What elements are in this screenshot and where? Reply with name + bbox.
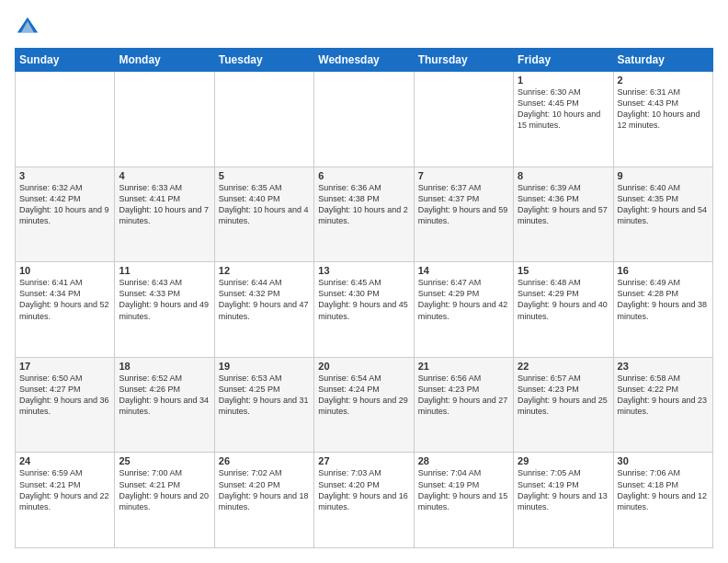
day-number: 15 xyxy=(518,265,609,276)
day-cell: 10Sunrise: 6:41 AM Sunset: 4:34 PM Dayli… xyxy=(16,262,115,358)
day-number: 24 xyxy=(19,455,110,466)
day-info: Sunrise: 6:50 AM Sunset: 4:27 PM Dayligh… xyxy=(19,373,110,418)
day-number: 13 xyxy=(318,265,409,276)
day-header-thursday: Thursday xyxy=(414,49,513,72)
day-info: Sunrise: 6:47 AM Sunset: 4:29 PM Dayligh… xyxy=(418,277,509,322)
day-cell: 12Sunrise: 6:44 AM Sunset: 4:32 PM Dayli… xyxy=(214,262,313,358)
day-number: 9 xyxy=(618,170,709,181)
day-info: Sunrise: 6:49 AM Sunset: 4:28 PM Dayligh… xyxy=(618,277,709,322)
day-info: Sunrise: 6:58 AM Sunset: 4:22 PM Dayligh… xyxy=(618,373,709,418)
day-number: 17 xyxy=(19,361,110,372)
day-header-sunday: Sunday xyxy=(16,49,115,72)
day-number: 18 xyxy=(119,361,210,372)
day-info: Sunrise: 6:30 AM Sunset: 4:45 PM Dayligh… xyxy=(518,86,609,132)
day-info: Sunrise: 6:35 AM Sunset: 4:40 PM Dayligh… xyxy=(219,182,310,227)
day-cell: 28Sunrise: 7:04 AM Sunset: 4:19 PM Dayli… xyxy=(414,453,513,548)
header xyxy=(15,15,713,40)
day-cell: 7Sunrise: 6:37 AM Sunset: 4:37 PM Daylig… xyxy=(414,167,513,262)
day-info: Sunrise: 7:03 AM Sunset: 4:20 PM Dayligh… xyxy=(318,467,409,512)
day-number: 8 xyxy=(518,170,609,181)
day-cell: 23Sunrise: 6:58 AM Sunset: 4:22 PM Dayli… xyxy=(613,357,712,453)
day-info: Sunrise: 7:00 AM Sunset: 4:21 PM Dayligh… xyxy=(119,467,210,512)
day-cell: 29Sunrise: 7:05 AM Sunset: 4:19 PM Dayli… xyxy=(514,453,613,548)
day-info: Sunrise: 6:54 AM Sunset: 4:24 PM Dayligh… xyxy=(318,373,409,418)
day-cell xyxy=(414,72,513,167)
day-info: Sunrise: 6:32 AM Sunset: 4:42 PM Dayligh… xyxy=(19,182,110,227)
day-info: Sunrise: 6:33 AM Sunset: 4:41 PM Dayligh… xyxy=(119,182,210,227)
day-cell xyxy=(314,72,414,167)
day-cell xyxy=(115,72,214,167)
day-cell: 18Sunrise: 6:52 AM Sunset: 4:26 PM Dayli… xyxy=(115,357,214,453)
day-info: Sunrise: 6:37 AM Sunset: 4:37 PM Dayligh… xyxy=(418,182,509,227)
day-number: 21 xyxy=(418,361,509,372)
day-cell: 1Sunrise: 6:30 AM Sunset: 4:45 PM Daylig… xyxy=(514,72,613,167)
day-number: 12 xyxy=(219,265,310,276)
day-number: 26 xyxy=(219,455,310,466)
calendar-table: SundayMondayTuesdayWednesdayThursdayFrid… xyxy=(15,48,713,548)
day-header-tuesday: Tuesday xyxy=(214,49,313,72)
day-info: Sunrise: 6:53 AM Sunset: 4:25 PM Dayligh… xyxy=(219,373,310,418)
day-info: Sunrise: 6:52 AM Sunset: 4:26 PM Dayligh… xyxy=(119,373,210,418)
day-info: Sunrise: 6:48 AM Sunset: 4:29 PM Dayligh… xyxy=(518,277,609,322)
day-info: Sunrise: 7:02 AM Sunset: 4:20 PM Dayligh… xyxy=(219,467,310,512)
day-cell xyxy=(16,72,115,167)
day-info: Sunrise: 6:57 AM Sunset: 4:23 PM Dayligh… xyxy=(518,373,609,418)
week-row-3: 17Sunrise: 6:50 AM Sunset: 4:27 PM Dayli… xyxy=(16,357,713,453)
day-cell: 26Sunrise: 7:02 AM Sunset: 4:20 PM Dayli… xyxy=(214,453,313,548)
day-cell: 3Sunrise: 6:32 AM Sunset: 4:42 PM Daylig… xyxy=(16,167,115,262)
page: SundayMondayTuesdayWednesdayThursdayFrid… xyxy=(0,0,728,563)
day-number: 1 xyxy=(518,75,609,86)
day-info: Sunrise: 6:40 AM Sunset: 4:35 PM Dayligh… xyxy=(618,182,709,227)
day-cell xyxy=(214,72,313,167)
day-number: 29 xyxy=(518,455,609,466)
day-cell: 4Sunrise: 6:33 AM Sunset: 4:41 PM Daylig… xyxy=(115,167,214,262)
day-info: Sunrise: 6:41 AM Sunset: 4:34 PM Dayligh… xyxy=(19,277,110,322)
day-number: 28 xyxy=(418,455,509,466)
day-number: 14 xyxy=(418,265,509,276)
day-number: 4 xyxy=(119,170,210,181)
day-number: 19 xyxy=(219,361,310,372)
day-cell: 27Sunrise: 7:03 AM Sunset: 4:20 PM Dayli… xyxy=(314,453,414,548)
day-info: Sunrise: 6:59 AM Sunset: 4:21 PM Dayligh… xyxy=(19,467,110,512)
day-number: 30 xyxy=(618,455,709,466)
day-number: 5 xyxy=(219,170,310,181)
day-cell: 9Sunrise: 6:40 AM Sunset: 4:35 PM Daylig… xyxy=(613,167,712,262)
day-number: 22 xyxy=(518,361,609,372)
logo-icon xyxy=(15,15,40,40)
day-number: 11 xyxy=(119,265,210,276)
day-header-wednesday: Wednesday xyxy=(314,49,414,72)
day-cell: 2Sunrise: 6:31 AM Sunset: 4:43 PM Daylig… xyxy=(613,72,712,167)
day-cell: 20Sunrise: 6:54 AM Sunset: 4:24 PM Dayli… xyxy=(314,357,414,453)
day-cell: 19Sunrise: 6:53 AM Sunset: 4:25 PM Dayli… xyxy=(214,357,313,453)
day-cell: 13Sunrise: 6:45 AM Sunset: 4:30 PM Dayli… xyxy=(314,262,414,358)
day-info: Sunrise: 6:39 AM Sunset: 4:36 PM Dayligh… xyxy=(518,182,609,227)
day-cell: 24Sunrise: 6:59 AM Sunset: 4:21 PM Dayli… xyxy=(16,453,115,548)
day-number: 2 xyxy=(618,75,709,86)
day-info: Sunrise: 6:44 AM Sunset: 4:32 PM Dayligh… xyxy=(219,277,310,322)
week-row-0: 1Sunrise: 6:30 AM Sunset: 4:45 PM Daylig… xyxy=(16,72,713,167)
day-cell: 16Sunrise: 6:49 AM Sunset: 4:28 PM Dayli… xyxy=(613,262,712,358)
day-cell: 8Sunrise: 6:39 AM Sunset: 4:36 PM Daylig… xyxy=(514,167,613,262)
day-number: 20 xyxy=(318,361,409,372)
day-number: 16 xyxy=(618,265,709,276)
week-row-2: 10Sunrise: 6:41 AM Sunset: 4:34 PM Dayli… xyxy=(16,262,713,358)
day-number: 6 xyxy=(318,170,409,181)
day-number: 7 xyxy=(418,170,509,181)
logo xyxy=(15,15,44,40)
day-cell: 15Sunrise: 6:48 AM Sunset: 4:29 PM Dayli… xyxy=(514,262,613,358)
day-info: Sunrise: 6:43 AM Sunset: 4:33 PM Dayligh… xyxy=(119,277,210,322)
day-info: Sunrise: 6:45 AM Sunset: 4:30 PM Dayligh… xyxy=(318,277,409,322)
day-cell: 5Sunrise: 6:35 AM Sunset: 4:40 PM Daylig… xyxy=(214,167,313,262)
day-header-saturday: Saturday xyxy=(613,49,712,72)
day-cell: 6Sunrise: 6:36 AM Sunset: 4:38 PM Daylig… xyxy=(314,167,414,262)
day-number: 10 xyxy=(19,265,110,276)
week-row-1: 3Sunrise: 6:32 AM Sunset: 4:42 PM Daylig… xyxy=(16,167,713,262)
day-number: 3 xyxy=(19,170,110,181)
day-number: 25 xyxy=(119,455,210,466)
day-info: Sunrise: 7:06 AM Sunset: 4:18 PM Dayligh… xyxy=(618,467,709,512)
day-info: Sunrise: 6:36 AM Sunset: 4:38 PM Dayligh… xyxy=(318,182,409,227)
day-info: Sunrise: 6:31 AM Sunset: 4:43 PM Dayligh… xyxy=(618,86,709,132)
day-info: Sunrise: 7:05 AM Sunset: 4:19 PM Dayligh… xyxy=(518,467,609,512)
day-info: Sunrise: 7:04 AM Sunset: 4:19 PM Dayligh… xyxy=(418,467,509,512)
day-number: 27 xyxy=(318,455,409,466)
